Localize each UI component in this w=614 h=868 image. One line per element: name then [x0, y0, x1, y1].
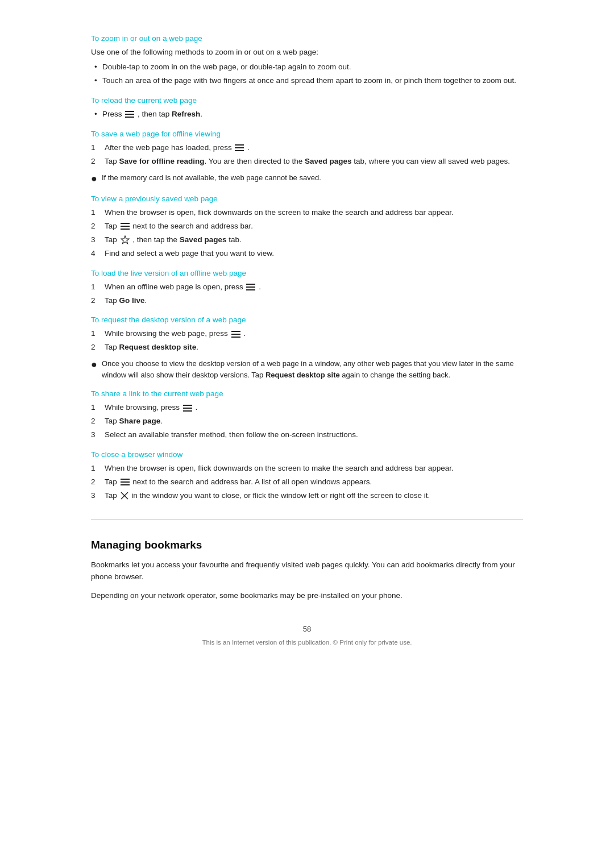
- managing-bookmarks-heading: Managing bookmarks: [91, 539, 523, 551]
- section-load-live: To load the live version of an offline w…: [91, 269, 523, 307]
- list-item: 1 When the browser is open, flick downwa…: [91, 463, 523, 475]
- view-saved-steps: 1 When the browser is open, flick downwa…: [91, 207, 523, 260]
- menu-icon: [121, 479, 130, 485]
- list-item: 2 Tap Share page.: [91, 416, 523, 427]
- section-save: To save a web page for offline viewing 1…: [91, 130, 523, 185]
- menu-icon: [183, 405, 192, 412]
- close-steps: 1 When the browser is open, flick downwa…: [91, 463, 523, 502]
- section-reload: To reload the current web page Press , t…: [91, 96, 523, 121]
- reload-text-after: , then tap Refresh.: [138, 110, 202, 118]
- list-item: 1 While browsing, press .: [91, 402, 523, 414]
- svg-marker-0: [121, 236, 129, 244]
- menu-icon: [121, 223, 130, 230]
- section-heading-close: To close a browser window: [91, 450, 523, 459]
- request-desktop-bold2: Request desktop site: [265, 371, 340, 379]
- close-icon: [121, 492, 128, 500]
- list-item: 2 Tap Save for offline reading. You are …: [91, 156, 523, 168]
- list-item: Double-tap to zoom in on the web page, o…: [91, 61, 523, 73]
- save-steps: 1 After the web page has loaded, press .…: [91, 142, 523, 168]
- list-item: 1 When the browser is open, flick downwa…: [91, 207, 523, 219]
- saved-pages-bold2: Saved pages: [180, 235, 227, 244]
- zoom-intro: Use one of the following methods to zoom…: [91, 47, 523, 59]
- section-heading-reload: To reload the current web page: [91, 96, 523, 105]
- managing-bookmarks-para1: Bookmarks let you access your favourite …: [91, 559, 523, 583]
- refresh-bold: Refresh: [172, 110, 200, 118]
- saved-pages-bold: Saved pages: [305, 157, 352, 165]
- list-item: 1 While browsing the web page, press .: [91, 328, 523, 340]
- list-item: Press , then tap Refresh.: [91, 109, 523, 121]
- note-text: If the memory card is not available, the…: [102, 172, 321, 184]
- section-heading-share: To share a link to the current web page: [91, 389, 523, 398]
- section-desktop: To request the desktop version of a web …: [91, 315, 523, 380]
- list-item: 2 Tap next to the search and address bar…: [91, 221, 523, 232]
- footer-text: This is an Internet version of this publ…: [91, 639, 523, 646]
- desktop-steps: 1 While browsing the web page, press . 2…: [91, 328, 523, 354]
- note-icon: ●: [91, 172, 97, 185]
- section-share: To share a link to the current web page …: [91, 389, 523, 441]
- zoom-bullets: Double-tap to zoom in on the web page, o…: [91, 61, 523, 87]
- list-item: Touch an area of the page with two finge…: [91, 75, 523, 87]
- list-item: 1 After the web page has loaded, press .: [91, 142, 523, 154]
- list-item: 3 Tap in the window you want to close, o…: [91, 490, 523, 502]
- section-heading-zoom: To zoom in or out on a web page: [91, 34, 523, 43]
- go-live-bold: Go live: [119, 296, 145, 305]
- section-heading-save: To save a web page for offline viewing: [91, 130, 523, 138]
- desktop-note: ● Once you choose to view the desktop ve…: [91, 358, 523, 380]
- list-item: 1 When an offline web page is open, pres…: [91, 281, 523, 293]
- list-item: 2 Tap Go live.: [91, 295, 523, 307]
- star-icon: [121, 235, 130, 244]
- reload-text-before: Press: [102, 110, 124, 118]
- save-note: ● If the memory card is not available, t…: [91, 172, 523, 185]
- list-item: 3 Select an available transfer method, t…: [91, 429, 523, 441]
- list-item: 3 Tap , then tap the Saved pages tab.: [91, 234, 523, 246]
- page-number: 58: [91, 625, 523, 633]
- page: To zoom in or out on a web page Use one …: [0, 0, 614, 868]
- menu-icon: [246, 284, 255, 290]
- list-item: 2 Tap Request desktop site.: [91, 342, 523, 354]
- note-text-desktop: Once you choose to view the desktop vers…: [102, 358, 523, 380]
- section-close: To close a browser window 1 When the bro…: [91, 450, 523, 502]
- load-live-steps: 1 When an offline web page is open, pres…: [91, 281, 523, 307]
- menu-icon: [125, 111, 134, 118]
- menu-icon: [231, 331, 240, 338]
- request-desktop-bold: Request desktop site: [119, 343, 197, 351]
- section-view-saved: To view a previously saved web page 1 Wh…: [91, 194, 523, 260]
- section-heading-view-saved: To view a previously saved web page: [91, 194, 523, 203]
- menu-icon: [235, 144, 244, 151]
- save-offline-bold: Save for offline reading: [119, 157, 205, 165]
- list-item: 2 Tap next to the search and address bar…: [91, 476, 523, 488]
- share-steps: 1 While browsing, press . 2 Tap Share pa…: [91, 402, 523, 441]
- note-icon: ●: [91, 358, 97, 371]
- list-item: 4 Find and select a web page that you wa…: [91, 248, 523, 260]
- section-heading-load-live: To load the live version of an offline w…: [91, 269, 523, 277]
- managing-bookmarks-para2: Depending on your network operator, some…: [91, 590, 523, 602]
- share-page-bold: Share page: [119, 417, 161, 425]
- section-heading-desktop: To request the desktop version of a web …: [91, 315, 523, 324]
- section-zoom: To zoom in or out on a web page Use one …: [91, 34, 523, 87]
- reload-steps: Press , then tap Refresh.: [91, 109, 523, 121]
- section-managing-bookmarks: Managing bookmarks Bookmarks let you acc…: [91, 519, 523, 602]
